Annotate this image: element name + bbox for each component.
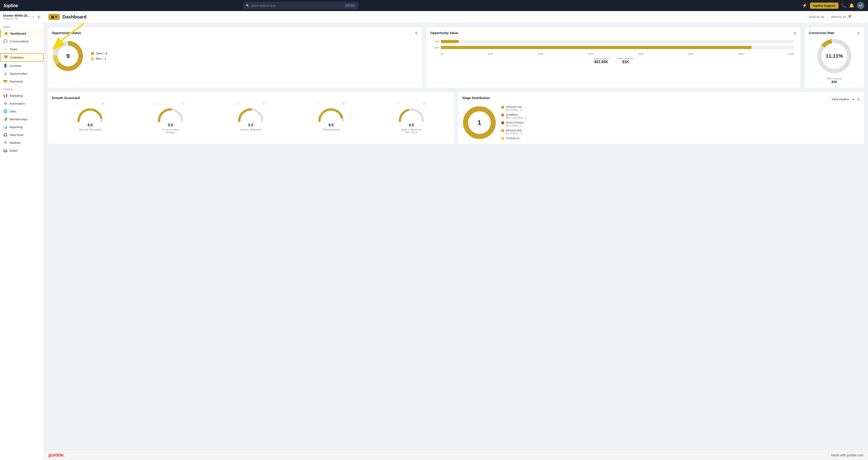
chevron-down-icon: ▾ <box>33 16 34 19</box>
reporting-icon: 📊 <box>3 125 7 129</box>
date-arrow: → <box>826 15 829 19</box>
gauge-tech: 0 10 4.0 Sales & Marketing Tech Stack <box>398 102 425 134</box>
gauge-paid-label: Paid Marketing <box>323 128 340 131</box>
sidebar-item-reporting[interactable]: 📊 Reporting <box>0 123 43 131</box>
page-title: Dashboard <box>62 14 87 20</box>
bell-icon[interactable]: 🔔 <box>849 3 854 8</box>
sites-icon: 🌐 <box>3 109 7 113</box>
layout-icon[interactable]: ⊞ <box>37 15 40 19</box>
growth-gauges: 0 10 9.0 Brand & Messaging <box>52 102 450 134</box>
phone-icon[interactable]: 📞 <box>841 3 846 8</box>
stage-name-2: Demo Schedu... <box>506 121 526 124</box>
content-header: ▦ ▾ Dashboard 2024-01-20 → 2024-02-18 📅 … <box>44 11 868 23</box>
more-options-icon[interactable]: ⋮ <box>859 14 863 20</box>
gauge-brand-value: 9.0 <box>88 123 93 127</box>
tools-section-label: Tools <box>0 85 43 92</box>
gauge-paid-range: 0 10 <box>317 102 345 105</box>
stage-legend-item-3: Decision Ma... $0 (0.00%) - 0 <box>501 129 526 135</box>
dashboard-icon: ▦ <box>4 31 8 35</box>
conv-won-value: $1K <box>827 80 842 84</box>
total-revenue-stat: Total revenue $61.85K <box>593 57 609 64</box>
opportunity-value-card: Opportunity Value ⇅ Won <box>426 27 801 88</box>
dashboard-view-button[interactable]: ▦ ▾ <box>49 14 60 20</box>
gauge-tech-range: 0 10 <box>398 102 425 105</box>
gauge-min: 0 <box>76 102 78 105</box>
opp-status-title: Opportunity Status <box>52 31 418 35</box>
gauge-organic: 0 10 5.0 Organic Marketing <box>237 102 265 134</box>
sidebar-item-conversations[interactable]: 💬 Conversations <box>0 37 43 45</box>
won-revenue-stat: Won revenue $1K <box>618 57 633 64</box>
sidebar-item-butler[interactable]: 🤖 Butler <box>0 147 43 154</box>
workspace-selector[interactable]: Dunder Mifflin [D... Scranton, PA ▾ ⊞ <box>0 11 43 23</box>
stage-filter-icon[interactable]: ⇅ <box>857 97 860 102</box>
avatar[interactable]: U <box>857 2 864 9</box>
helpdesk-icon: 🎧 <box>3 133 7 137</box>
stage-center-value: 1 <box>477 119 481 126</box>
gauge-brand-range: 0 10 <box>76 102 104 105</box>
sidebar-item-automation[interactable]: ⚙ Automation <box>0 99 43 108</box>
footer-text: Made with guidde.com <box>831 453 863 457</box>
dashboard-btn-label: ▾ <box>55 15 57 19</box>
sidebar-item-calendars[interactable]: 📅 Calendars <box>0 53 43 62</box>
conv-rate-donut: 11.11% <box>816 37 853 74</box>
date-range-picker[interactable]: 2024-01-20 → 2024-02-18 📅 <box>806 14 855 20</box>
stage-pipeline-dropdown[interactable]: Sales Pipeline <box>829 96 855 102</box>
stage-content: 1 Inbound Lea... $0 (0.00%) - 0 <box>462 105 860 140</box>
sidebar-item-helpdesk[interactable]: 🎧 Help Desk <box>0 131 43 139</box>
sidebar-item-dashboard[interactable]: ▦ Dashboard <box>0 30 43 37</box>
sidebar-item-tasks[interactable]: ✓ Tasks <box>0 45 43 53</box>
search-placeholder: Quick search here <box>251 4 343 7</box>
legend-open: Open - 8 <box>91 52 107 55</box>
total-revenue-value: $61.85K <box>593 60 609 64</box>
stage-distribution-card: Stage Distribution Sales Pipeline ⇅ <box>458 92 864 144</box>
payments-icon: 💳 <box>3 79 7 84</box>
filter-icon[interactable]: ⇅ <box>415 31 418 35</box>
stage-legend-item-1: Qualified t... $5K (100.00%) - 1 <box>501 113 526 119</box>
sidebar-item-sites[interactable]: 🌐 Sites <box>0 108 43 115</box>
footer: guidde. Made with guidde.com <box>44 450 868 460</box>
topbar-right: ⚡ topline Support 📞 🔔 U <box>802 2 864 9</box>
won-revenue-label: Won revenue <box>618 57 633 60</box>
main-layout: Dunder Mifflin [D... Scranton, PA ▾ ⊞ Ap… <box>0 11 868 460</box>
sidebar-item-label: Sites <box>10 110 17 113</box>
sidebar-item-label: Memberships <box>10 118 28 121</box>
sidebar-item-contacts[interactable]: 👤 Contacts <box>0 62 43 70</box>
legend-won: Won - 1 <box>91 57 107 60</box>
search-bar[interactable]: 🔍 Quick search here Ctrl + K <box>243 2 359 9</box>
sidebar-item-label: Reporting <box>10 125 23 129</box>
sidebar-item-payments[interactable]: 💳 Payments <box>0 78 43 85</box>
support-button[interactable]: topline Support <box>810 3 838 9</box>
growth-scorecard-card: Growth Scorecard 0 10 <box>48 92 454 144</box>
sidebar-item-memberships[interactable]: 🔰 Memberships <box>0 115 43 123</box>
stage-name-4: Contract In... <box>506 137 522 140</box>
gauge-organic-label: Organic Marketing <box>240 128 261 131</box>
filter-icon-2[interactable]: ⇅ <box>793 31 796 35</box>
stage-dot-2 <box>501 121 504 124</box>
gauge-comm-value: 5.0 <box>168 123 173 127</box>
stage-value-0: $0 (0.00%) - 0 <box>506 109 524 111</box>
stage-name-0: Inbound Lea... <box>506 105 524 109</box>
apps-section-label: Apps <box>0 23 43 30</box>
stage-legend-info-1: Qualified t... $5K (100.00%) - 1 <box>506 113 526 119</box>
date-start: 2024-01-20 <box>809 15 824 19</box>
filter-icon-3[interactable]: ⇅ <box>857 31 860 35</box>
sidebar-item-opportunities[interactable]: ◎ Opportunities <box>0 70 43 78</box>
gauge-brand-label: Brand & Messaging <box>79 128 101 131</box>
content-area: ▦ ▾ Dashboard 2024-01-20 → 2024-02-18 📅 … <box>44 11 868 460</box>
opportunities-icon: ◎ <box>3 71 7 75</box>
gauge-comm-range: 0 10 <box>157 102 184 105</box>
gauge-max: 10 <box>101 102 104 105</box>
stage-legend-info-2: Demo Schedu... $0 (0.00%) - 0 <box>506 121 526 127</box>
stage-legend-item-2: Demo Schedu... $0 (0.00%) - 0 <box>501 121 526 127</box>
gauge-comm: 0 10 5.0 Communication Strategy <box>157 102 184 134</box>
sidebar-item-mailfold[interactable]: ✉ Mailfold <box>0 139 43 147</box>
opp-value-title: Opportunity Value <box>430 31 796 35</box>
sidebar-item-marketing[interactable]: 📢 Marketing <box>0 92 43 99</box>
stage-header: Stage Distribution Sales Pipeline ⇅ <box>462 96 860 102</box>
gauge-organic-value: 5.0 <box>248 123 253 127</box>
grid-row-1: Opportunity Status ⇅ <box>48 27 864 88</box>
conv-stats: Won revenue $1K <box>809 77 860 84</box>
lightning-icon[interactable]: ⚡ <box>802 3 807 8</box>
bar-x-labels: $0 $10K $20K $30K $40K $50K $60K $70K <box>433 53 794 55</box>
bar-won: Won <box>433 40 794 43</box>
